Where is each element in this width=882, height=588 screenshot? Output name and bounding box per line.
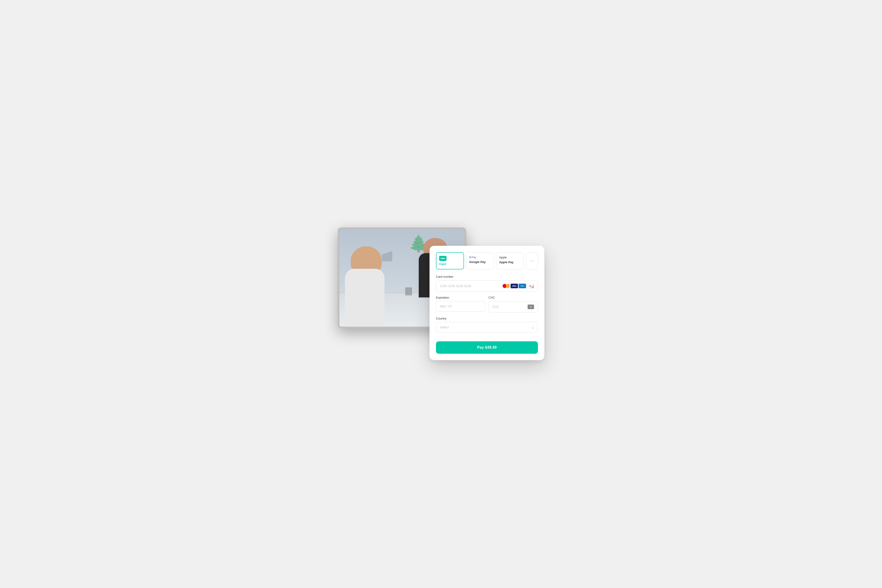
expiration-label: Expiration xyxy=(436,296,485,299)
card-logos: VISA AMEX DISC xyxy=(502,284,534,288)
payment-methods-tabs: Card GPay Google Pay Apple Apple Pay ··· xyxy=(436,252,538,269)
tab-more[interactable]: ··· xyxy=(526,252,538,269)
person-body xyxy=(345,269,384,327)
card-tab-label: Card xyxy=(439,262,446,266)
pay-button[interactable]: Pay $49.99 xyxy=(436,341,538,354)
mastercard-logo xyxy=(502,284,510,288)
google-pay-tab-label: Google Pay xyxy=(469,260,486,264)
person-customer xyxy=(339,244,396,327)
amex-logo: AMEX xyxy=(519,284,526,288)
tab-apple-pay[interactable]: Apple Apple Pay xyxy=(496,252,524,269)
country-select-wrapper: Select United States United Kingdom Cana… xyxy=(436,322,538,333)
google-pay-logo: GPay xyxy=(469,256,476,259)
card-number-input[interactable] xyxy=(440,284,502,288)
scene: Card GPay Google Pay Apple Apple Pay ··· xyxy=(338,227,544,361)
cvc-field-group: CVC xyxy=(489,296,538,313)
tab-card[interactable]: Card xyxy=(436,252,464,269)
cvc-input[interactable] xyxy=(492,305,528,309)
payment-form-card: Card GPay Google Pay Apple Apple Pay ··· xyxy=(429,246,544,360)
expiration-input-wrapper[interactable] xyxy=(436,301,485,312)
apple-pay-logo: Apple xyxy=(499,256,507,259)
discover-logo: DISC xyxy=(526,284,534,288)
visa-logo: VISA xyxy=(511,284,518,288)
cvc-card-icon xyxy=(528,304,534,309)
card-number-label: Card number xyxy=(436,275,538,278)
card-number-input-wrapper[interactable]: VISA AMEX DISC xyxy=(436,280,538,292)
expiration-cvc-row: Expiration CVC xyxy=(436,296,538,317)
country-select[interactable]: Select United States United Kingdom Cana… xyxy=(436,322,538,333)
expiration-field-group: Expiration xyxy=(436,296,485,313)
apple-pay-tab-label: Apple Pay xyxy=(499,261,514,264)
card-number-field-group: Card number VISA AMEX DISC xyxy=(436,275,538,292)
payment-terminal xyxy=(405,287,412,296)
country-field-group: Country Select United States United King… xyxy=(436,317,538,333)
card-tab-icon xyxy=(439,256,447,261)
expiration-input[interactable] xyxy=(440,304,482,308)
tab-google-pay[interactable]: GPay Google Pay xyxy=(466,252,494,269)
cvc-label: CVC xyxy=(489,296,538,299)
country-label: Country xyxy=(436,317,538,320)
cvc-input-wrapper[interactable] xyxy=(489,301,538,313)
more-dots: ··· xyxy=(530,258,534,263)
